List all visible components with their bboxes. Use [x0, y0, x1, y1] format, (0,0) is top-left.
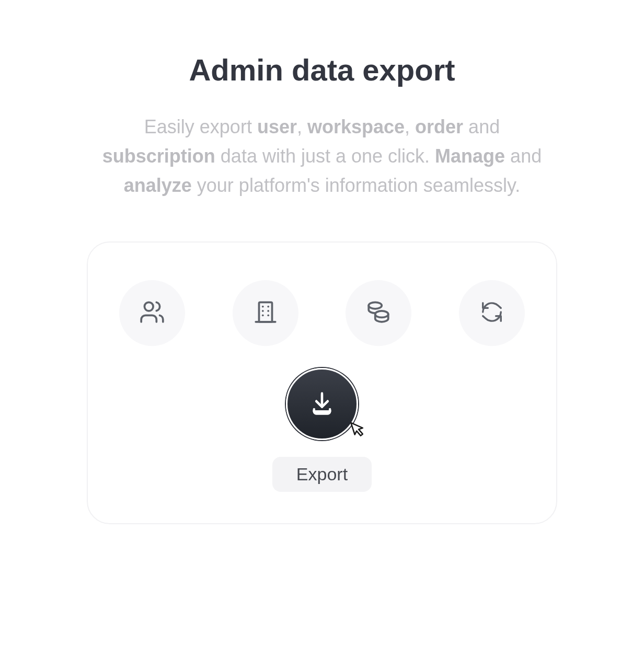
export-card: Export [87, 241, 557, 524]
page-title: Admin data export [189, 52, 455, 87]
svg-point-9 [369, 303, 382, 309]
desc-bold-workspace: workspace [307, 116, 405, 137]
cursor-icon [346, 419, 369, 444]
desc-text: , [405, 116, 415, 137]
data-type-icons [119, 280, 525, 346]
desc-bold-manage: Manage [435, 145, 505, 167]
svg-point-0 [144, 303, 153, 312]
workspace-data-type[interactable] [233, 280, 298, 346]
coins-icon [365, 299, 392, 327]
export-label-button[interactable]: Export [272, 457, 372, 492]
page-description: Easily export user, workspace, order and… [87, 112, 557, 200]
desc-text: and [505, 145, 542, 167]
desc-bold-subscription: subscription [102, 145, 215, 167]
desc-bold-user: user [257, 116, 297, 137]
export-button[interactable] [286, 368, 358, 440]
refresh-icon [480, 300, 504, 326]
desc-text: Easily export [144, 116, 257, 137]
download-icon [308, 390, 336, 419]
desc-bold-order: order [415, 116, 463, 137]
order-data-type[interactable] [346, 280, 411, 346]
users-icon [139, 299, 165, 327]
desc-bold-analyze: analyze [124, 175, 192, 196]
desc-text: data with just a one click. [215, 145, 435, 167]
svg-point-10 [375, 311, 388, 318]
desc-text: and [463, 116, 500, 137]
building-icon [252, 299, 279, 327]
desc-text: your platform's information seamlessly. [192, 175, 520, 196]
subscription-data-type[interactable] [459, 280, 525, 346]
user-data-type[interactable] [119, 280, 185, 346]
desc-text: , [297, 116, 307, 137]
svg-rect-1 [259, 303, 272, 322]
